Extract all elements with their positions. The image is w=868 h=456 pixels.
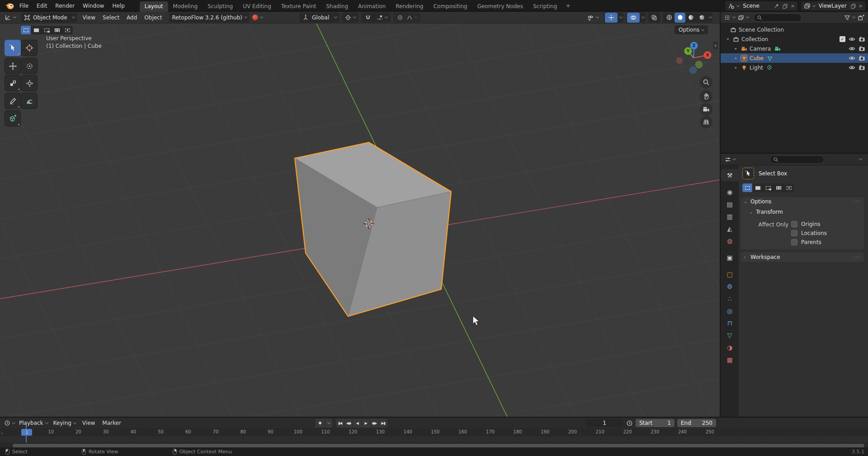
select-mode-subtract[interactable] xyxy=(42,26,52,34)
cursor-tool-button[interactable] xyxy=(21,40,38,56)
tab-modifiers[interactable]: ⚙ xyxy=(721,280,739,292)
transform-subpanel-header[interactable]: ⌄ Transform xyxy=(741,208,864,216)
workspace-tab[interactable]: Geometry Nodes xyxy=(472,1,528,12)
xray-toggle[interactable] xyxy=(648,13,660,23)
timeline-menu-item[interactable]: Marker xyxy=(99,420,124,426)
viewlayer-selector[interactable]: ViewLayer ✕ xyxy=(801,1,865,10)
orthographic-toggle-button[interactable] xyxy=(700,116,712,128)
outliner-item-label[interactable]: Cube xyxy=(750,55,764,61)
outliner-filter-button[interactable] xyxy=(843,13,856,23)
close-icon[interactable]: ✕ xyxy=(791,4,794,9)
zoom-button[interactable] xyxy=(700,76,712,89)
timeline-menu-dropdown[interactable]: Playback xyxy=(16,418,51,428)
properties-editor-type[interactable] xyxy=(723,155,737,165)
hide-in-viewport-toggle[interactable] xyxy=(849,64,855,71)
tab-tool[interactable]: ⚒ xyxy=(721,169,739,181)
select-mode-subtract[interactable] xyxy=(763,183,774,192)
overlays-dropdown[interactable] xyxy=(642,15,645,19)
hide-in-viewport-toggle[interactable] xyxy=(849,36,855,42)
panel-grip-icon[interactable]: ∷∷ xyxy=(854,255,860,259)
transform-orientation-dropdown[interactable]: Global xyxy=(300,13,340,23)
select-mode-set[interactable] xyxy=(21,26,31,34)
menu-item[interactable]: File xyxy=(15,1,33,10)
viewport-menu-item[interactable]: Object xyxy=(141,14,165,21)
outliner-item-label[interactable]: Light xyxy=(750,65,763,71)
shading-rendered-button[interactable] xyxy=(696,13,707,23)
current-frame-field[interactable]: 1 xyxy=(585,419,623,427)
jump-to-end-button[interactable]: ▶▮ xyxy=(379,419,387,428)
outliner-search[interactable] xyxy=(754,14,802,22)
outliner-item-label[interactable]: Camera xyxy=(750,46,771,52)
workspace-tab[interactable]: Rendering xyxy=(391,1,428,12)
disclosure-triangle-icon[interactable]: ▾ xyxy=(727,37,732,41)
playhead[interactable]: 1 xyxy=(21,429,32,436)
outliner-row[interactable]: ▸ Light ✓ xyxy=(721,63,868,72)
select-mode-intersect[interactable] xyxy=(784,183,794,192)
disclosure-triangle-icon[interactable]: ▸ xyxy=(735,66,741,70)
outliner-item-label[interactable]: Collection xyxy=(741,36,768,42)
gizmo-neg-x[interactable] xyxy=(676,57,683,64)
shading-dropdown[interactable] xyxy=(709,15,712,19)
select-mode-invert[interactable] xyxy=(52,26,62,34)
start-frame-field[interactable]: Start1 xyxy=(636,419,675,427)
rotate-tool-button[interactable] xyxy=(21,58,38,74)
camera-view-button[interactable] xyxy=(700,103,712,116)
prev-keyframe-button[interactable]: ◀◆ xyxy=(344,419,353,428)
locations-checkbox[interactable] xyxy=(791,230,797,236)
viewport-options-dropdown[interactable]: Options xyxy=(675,25,708,34)
navigation-gizmo[interactable]: Z Y X xyxy=(673,42,715,76)
menu-item[interactable]: Help xyxy=(108,1,128,10)
panel-grip-icon[interactable]: ∷∷ xyxy=(854,199,860,204)
add-cube-tool-button[interactable] xyxy=(5,110,21,127)
add-workspace-button[interactable]: + xyxy=(562,2,574,9)
tab-object-data[interactable]: ▽ xyxy=(721,329,739,341)
show-overlays-toggle[interactable] xyxy=(627,13,640,23)
disable-in-renders-toggle[interactable] xyxy=(859,55,865,61)
pivot-point-dropdown[interactable] xyxy=(342,13,359,23)
disable-in-renders-toggle[interactable] xyxy=(859,45,865,52)
keying-dropdown[interactable] xyxy=(325,419,332,428)
disclosure-triangle-icon[interactable]: ▸ xyxy=(735,47,741,51)
gizmo-neg-z[interactable] xyxy=(690,67,697,74)
snap-settings-dropdown[interactable] xyxy=(375,13,389,23)
parents-checkbox[interactable] xyxy=(791,239,797,245)
outliner-search-input[interactable] xyxy=(762,14,798,20)
properties-search-input[interactable] xyxy=(778,156,815,162)
workspace-tab[interactable]: Compositing xyxy=(428,1,472,12)
workspace-tab[interactable]: Shading xyxy=(321,1,353,12)
addon-icon-button[interactable] xyxy=(250,13,265,23)
editor-type-button[interactable] xyxy=(2,13,19,23)
disable-in-renders-toggle[interactable] xyxy=(859,36,865,42)
snap-toggle[interactable] xyxy=(363,13,373,23)
channel-expand-arrow[interactable]: › xyxy=(1,430,3,436)
play-button[interactable]: ▶ xyxy=(362,419,370,428)
proportional-edit-toggle[interactable] xyxy=(395,13,405,23)
select-mode-set[interactable] xyxy=(742,183,753,192)
scale-tool-button[interactable] xyxy=(5,75,21,91)
select-mode-intersect[interactable] xyxy=(62,26,73,34)
tab-output[interactable]: ▤ xyxy=(721,198,739,210)
workspace-tab[interactable]: Sculpting xyxy=(203,1,238,12)
tab-render[interactable]: ◉ xyxy=(721,186,739,198)
auto-keying-toggle[interactable] xyxy=(315,419,325,428)
menu-item[interactable]: Render xyxy=(51,1,79,10)
scene-selector[interactable]: Scene ✕ xyxy=(725,1,797,10)
show-gizmo-toggle[interactable] xyxy=(605,13,618,23)
properties-search[interactable] xyxy=(770,155,824,164)
viewport-menu-item[interactable]: Select xyxy=(99,14,123,21)
select-mode-invert[interactable] xyxy=(774,183,784,192)
tab-view-layer[interactable]: ▥ xyxy=(721,210,739,222)
workspace-tab[interactable]: UV Editing xyxy=(238,1,276,12)
workspace-tab[interactable]: Scripting xyxy=(528,1,562,12)
pin-icon[interactable] xyxy=(774,3,779,9)
hide-in-viewport-toggle[interactable] xyxy=(849,45,855,52)
copy-icon[interactable] xyxy=(850,3,856,9)
annotate-tool-button[interactable] xyxy=(5,93,21,109)
tab-physics[interactable]: ◎ xyxy=(721,305,739,317)
viewport-menu-item[interactable]: Add xyxy=(123,14,141,21)
tab-collection[interactable]: ▣ xyxy=(721,251,739,263)
outliner-row[interactable]: Scene Collection ✓ xyxy=(721,25,868,34)
object-visibility-dropdown[interactable] xyxy=(584,13,601,23)
gizmo-neg-y[interactable] xyxy=(696,61,703,68)
select-mode-extend[interactable] xyxy=(31,26,42,34)
